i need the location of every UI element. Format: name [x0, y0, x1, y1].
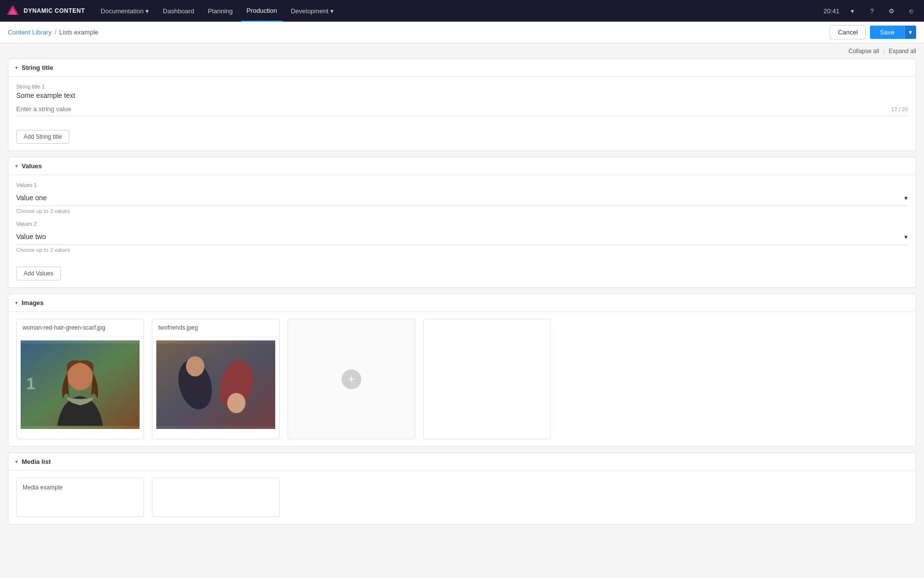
string-title-field: String title 1 Some example text 17 / 20 [16, 84, 908, 116]
image-card-2: twofriends.jpeg [152, 319, 280, 439]
values-header[interactable]: ▾ Values [8, 157, 916, 175]
breadcrumb-current: Lists example [59, 29, 98, 36]
images-section-title: Images [22, 299, 44, 306]
media-list-section: ▾ Media list Media example [8, 453, 916, 524]
chevron-down-icon: ▾ [330, 7, 334, 15]
main-content: ▾ String title String title 1 Some examp… [0, 59, 924, 540]
top-navigation: DYNAMIC CONTENT Documentation ▾ Dashboar… [0, 0, 924, 22]
logo-text: DYNAMIC CONTENT [24, 7, 85, 14]
image-woman: 1 [21, 340, 140, 429]
add-image-card[interactable]: + [288, 319, 415, 439]
media-grid: Media example [8, 471, 916, 524]
string-title-header[interactable]: ▾ String title [8, 59, 916, 77]
string-title-input[interactable] [16, 105, 891, 113]
collapse-all-button[interactable]: Collapse all [849, 48, 879, 55]
nav-time: 20:41 [823, 7, 839, 15]
values-1-label: Values 1 [16, 182, 908, 188]
values-2-hint: Choose up to 3 values [16, 247, 908, 253]
media-list-section-title: Media list [22, 458, 51, 465]
save-button-group: Save ▾ [870, 26, 916, 39]
breadcrumb-content-library[interactable]: Content Library [8, 29, 52, 36]
collapse-separator: | [883, 47, 885, 55]
add-values-button[interactable]: Add Values [16, 267, 61, 280]
nav-production[interactable]: Production [241, 0, 283, 22]
svg-point-8 [186, 356, 204, 376]
image-card-2-filename: twofriends.jpeg [152, 319, 279, 336]
nav-development[interactable]: Development ▾ [285, 0, 340, 22]
nav-documentation[interactable]: Documentation ▾ [95, 0, 155, 22]
svg-rect-5 [156, 343, 275, 426]
values-1-dropdown[interactable]: Value one ▾ [16, 190, 908, 206]
values-2-label: Values 2 [16, 221, 908, 227]
nav-items: Documentation ▾ Dashboard Planning Produ… [95, 0, 824, 22]
chevron-down-icon: ▾ [904, 233, 908, 241]
expand-all-button[interactable]: Expand all [889, 48, 916, 55]
chevron-icon: ▾ [15, 300, 18, 305]
nav-dashboard[interactable]: Dashboard [157, 0, 200, 22]
settings-icon[interactable]: ⚙ [885, 4, 898, 18]
images-section: ▾ Images woman-red-hair-green-scarf.jpg [8, 294, 916, 447]
media-card-1: Media example [16, 478, 144, 517]
add-string-title-button[interactable]: Add String title [16, 130, 69, 144]
chevron-down-icon: ▾ [145, 7, 149, 15]
help-icon[interactable]: ? [865, 4, 879, 18]
cancel-button[interactable]: Cancel [830, 25, 866, 39]
media-list-header[interactable]: ▾ Media list [8, 453, 916, 471]
values-section-title: Values [22, 162, 42, 170]
string-title-body: String title 1 Some example text 17 / 20… [8, 77, 916, 151]
string-title-char-count: 17 / 20 [891, 106, 908, 112]
values-1-hint: Choose up to 3 values [16, 208, 908, 214]
chevron-down-icon[interactable]: ▾ [845, 4, 859, 18]
save-dropdown-button[interactable]: ▾ [904, 26, 916, 39]
collapse-controls: Collapse all | Expand all [0, 43, 924, 59]
string-title-field-label: String title 1 [16, 84, 908, 90]
values-body: Values 1 Value one ▾ Choose up to 3 valu… [8, 175, 916, 287]
chevron-down-icon: ▾ [909, 29, 912, 36]
image-friends [156, 340, 275, 429]
values-2-field: Values 2 Value two ▾ Choose up to 3 valu… [16, 221, 908, 253]
chevron-icon: ▾ [15, 65, 18, 70]
svg-text:1: 1 [26, 374, 35, 393]
images-grid: woman-red-hair-green-scarf.jpg [8, 312, 916, 446]
logo[interactable]: DYNAMIC CONTENT [6, 4, 85, 18]
image-card-1-body: 1 [17, 336, 144, 433]
chevron-icon: ▾ [15, 163, 18, 169]
empty-image-slot [423, 319, 551, 439]
chevron-icon: ▾ [15, 459, 18, 464]
string-title-field-value: Some example text [16, 91, 908, 99]
nav-right: 20:41 ▾ ? ⚙ ⎋ [823, 4, 918, 18]
svg-point-9 [227, 393, 245, 413]
values-2-dropdown[interactable]: Value two ▾ [16, 229, 908, 245]
images-header[interactable]: ▾ Images [8, 294, 916, 312]
media-card-1-title: Media example [23, 484, 138, 491]
add-image-icon[interactable]: + [342, 369, 361, 389]
nav-planning[interactable]: Planning [202, 0, 239, 22]
string-title-input-wrapper: 17 / 20 [16, 102, 908, 116]
sub-header: Content Library / Lists example Cancel S… [0, 22, 924, 43]
chevron-down-icon: ▾ [904, 194, 908, 202]
string-title-section: ▾ String title String title 1 Some examp… [8, 59, 916, 151]
sub-header-actions: Cancel Save ▾ [830, 25, 916, 39]
string-title-section-title: String title [22, 64, 53, 71]
image-card-1-filename: woman-red-hair-green-scarf.jpg [17, 319, 144, 336]
values-1-field: Values 1 Value one ▾ Choose up to 3 valu… [16, 182, 908, 214]
image-card-2-body [152, 336, 279, 433]
media-card-2-empty [152, 478, 280, 517]
values-section: ▾ Values Values 1 Value one ▾ Choose up … [8, 157, 916, 288]
values-1-value: Value one [16, 194, 47, 202]
save-button[interactable]: Save [870, 26, 904, 39]
breadcrumb: Content Library / Lists example [8, 29, 98, 36]
values-2-value: Value two [16, 233, 46, 241]
breadcrumb-separator: / [55, 29, 57, 36]
image-card-1: woman-red-hair-green-scarf.jpg [16, 319, 144, 439]
signout-icon[interactable]: ⎋ [904, 4, 918, 18]
